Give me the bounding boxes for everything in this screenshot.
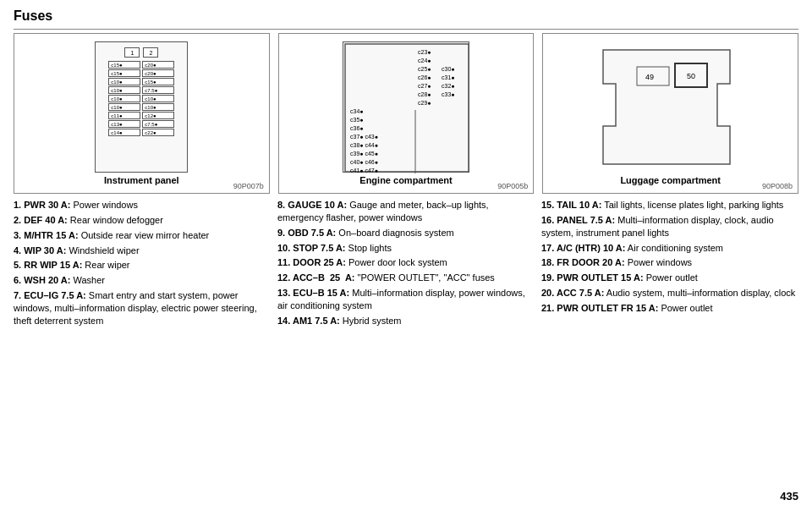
svg-text:c41● c47●: c41● c47● (350, 168, 378, 173)
fuse-entry-1: 1. PWR 30 A: Power windows (14, 199, 271, 212)
fuse-row-item: c7.5● (142, 120, 174, 128)
engine-svg: c23● c24● c25● c26● c27● c30● c31● c32● … (343, 42, 470, 173)
fuse-entry-7: 7. ECU–IG 7.5 A: Smart entry and start s… (14, 289, 271, 327)
fuse-entry-9: 9. OBD 7.5 A: On–board diagnosis system (277, 227, 535, 239)
diagram-label-2: Engine compartment (359, 175, 452, 185)
svg-text:50: 50 (687, 72, 695, 80)
fuse-entry-6: 6. WSH 20 A: Washer (14, 274, 271, 287)
svg-text:c39● c45●: c39● c45● (350, 151, 378, 157)
page-number: 435 (780, 490, 798, 503)
fuse-entry-19: 19. PWR OUTLET 15 A: Power outlet (541, 272, 798, 284)
fuse-row-item: c10● (108, 86, 140, 94)
fuse-top-row: 1 2 (124, 47, 158, 58)
diagram-label-3: Luggage compartment (620, 175, 721, 185)
svg-text:c38● c44●: c38● c44● (350, 142, 378, 148)
instrument-panel-diagram: 1 2 c15● c15● c10● c10● c10● c10● c11● c… (14, 33, 270, 194)
fuse-row-item: c15● (108, 69, 140, 77)
fuse-row-item: c13● (108, 120, 140, 128)
fuse-entry-14: 14. AM1 7.5 A: Hybrid system (277, 315, 535, 327)
fuse-row-item: c10● (108, 103, 140, 111)
svg-text:c26●: c26● (418, 74, 431, 80)
fuse-box-1: 1 (124, 47, 140, 58)
svg-text:c23●: c23● (418, 49, 431, 55)
fuse-entry-21: 21. PWR OUTLET FR 15 A: Power outlet (541, 302, 798, 315)
svg-text:c35●: c35● (350, 117, 364, 123)
svg-text:c24●: c24● (418, 58, 431, 63)
luggage-compartment-diagram: 49 50 90P008b Luggage compartment (542, 33, 798, 194)
fuse-entry-15: 15. TAIL 10 A: Tail lights, license plat… (541, 199, 798, 212)
fuse-row-item: c7.5● (142, 86, 174, 94)
svg-text:c29●: c29● (418, 100, 431, 106)
fuse-entry-5: 5. RR WIP 15 A: Rear wiper (14, 259, 271, 272)
fuse-row-item: c10● (142, 95, 174, 102)
fuse-row-item: c10● (108, 95, 140, 102)
fuse-row-item: c12● (142, 112, 174, 119)
fuse-row-item: c15● (108, 61, 140, 69)
fuse-col-left: c15● c15● c10● c10● c10● c10● c11● c13● … (108, 61, 140, 136)
divider (14, 29, 798, 30)
engine-panel-svg: c23● c24● c25● c26● c27● c30● c31● c32● … (343, 41, 469, 173)
content-row: 1. PWR 30 A: Power windows 2. DEF 40 A: … (14, 199, 798, 330)
diagram-code-3: 90P008b (762, 182, 793, 190)
svg-text:c30●: c30● (442, 66, 455, 72)
svg-text:c27●: c27● (418, 83, 431, 89)
fuse-row-item: c22● (142, 129, 174, 136)
fuse-entry-2: 2. DEF 40 A: Rear window defogger (14, 214, 271, 227)
fuse-entry-4: 4. WIP 30 A: Windshield wiper (14, 245, 271, 257)
fuse-list-col3: 15. TAIL 10 A: Tail lights, license plat… (541, 199, 798, 330)
diagrams-row: 1 2 c15● c15● c10● c10● c10● c10● c11● c… (14, 33, 798, 194)
fuse-main-rows: c15● c15● c10● c10● c10● c10● c11● c13● … (108, 61, 174, 136)
page-title: Fuses (14, 8, 798, 24)
fuse-row-item: c10● (142, 103, 174, 111)
fuse-entry-20: 20. ACC 7.5 A: Audio system, multi–infor… (541, 287, 798, 299)
fuse-list-col1: 1. PWR 30 A: Power windows 2. DEF 40 A: … (14, 199, 277, 330)
fuse-row-item: c20● (142, 61, 174, 69)
fuse-entry-8: 8. GAUGE 10 A: Gauge and meter, back–up … (277, 199, 535, 224)
svg-text:c31●: c31● (442, 74, 455, 80)
fuse-entry-12: 12. ACC–B 25 A: "POWER OUTLET", "ACC" fu… (277, 272, 535, 284)
svg-text:c36●: c36● (350, 125, 364, 131)
fuse-entry-13: 13. ECU–B 15 A: Multi–information displa… (277, 287, 535, 312)
fuse-list-col2: 8. GAUGE 10 A: Gauge and meter, back–up … (277, 199, 541, 330)
svg-text:c25●: c25● (418, 66, 431, 72)
diagram-label-1: Instrument panel (104, 175, 179, 185)
svg-text:c34●: c34● (350, 108, 364, 114)
fuse-entry-18: 18. FR DOOR 20 A: Power windows (541, 256, 798, 269)
diagram-code-2: 90P005b (497, 182, 528, 190)
fuse-panel-svg: 1 2 c15● c15● c10● c10● c10● c10● c11● c… (95, 41, 188, 173)
fuse-entry-17: 17. A/C (HTR) 10 A: Air conditioning sys… (541, 242, 798, 255)
fuse-entry-10: 10. STOP 7.5 A: Stop lights (277, 242, 535, 255)
luggage-svg: 49 50 (595, 41, 747, 173)
fuse-box-2: 2 (143, 47, 158, 58)
svg-text:c32●: c32● (442, 83, 455, 89)
fuse-row-item: c10● (108, 78, 140, 85)
fuse-entry-16: 16. PANEL 7.5 A: Multi–information displ… (541, 214, 798, 239)
engine-compartment-diagram: c23● c24● c25● c26● c27● c30● c31● c32● … (278, 33, 535, 194)
fuse-row-item: c11● (108, 112, 140, 119)
svg-text:c33●: c33● (442, 91, 455, 97)
fuse-row-item: c15● (142, 78, 174, 85)
svg-text:49: 49 (645, 73, 654, 81)
fuse-entry-3: 3. M/HTR 15 A: Outside rear view mirror … (14, 229, 271, 242)
luggage-panel-svg: 49 50 (595, 41, 747, 173)
fuse-row-item: c14● (108, 129, 140, 136)
fuse-row-item: c20● (142, 69, 174, 77)
diagram-code-1: 90P007b (233, 182, 264, 190)
svg-text:c37● c43●: c37● c43● (350, 134, 378, 140)
fuse-entry-11: 11. DOOR 25 A: Power door lock system (277, 256, 535, 269)
fuse-col-right: c20● c20● c15● c7.5● c10● c10● c12● c7.5… (142, 61, 174, 136)
page: Fuses 1 2 c15● c15● c10● c10● c10● c10● (0, 0, 812, 511)
svg-text:c28●: c28● (418, 91, 431, 97)
svg-text:c40● c46●: c40● c46● (350, 159, 378, 165)
